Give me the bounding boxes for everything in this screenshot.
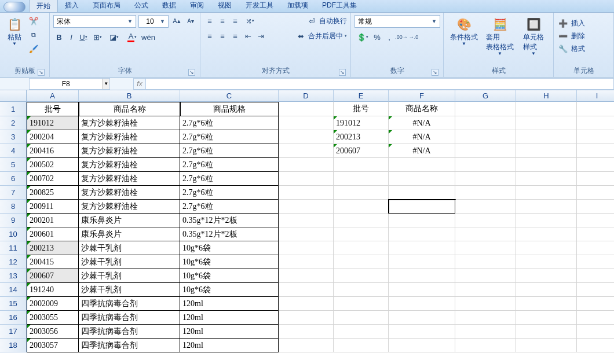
cell[interactable]: 191240 (27, 283, 79, 297)
dialog-launcher-icon[interactable]: ↘ (38, 69, 45, 76)
row-header[interactable]: 13 (0, 269, 27, 283)
cell[interactable]: 沙棘干乳剂 (79, 255, 180, 269)
orientation-button[interactable]: ⤭▾ (242, 15, 257, 27)
cell[interactable] (577, 283, 614, 297)
cell[interactable] (334, 158, 389, 172)
row-header[interactable]: 8 (0, 200, 27, 214)
cell[interactable] (389, 325, 455, 339)
cell[interactable] (279, 214, 334, 227)
row-header[interactable]: 6 (0, 172, 27, 186)
cell[interactable] (389, 186, 455, 200)
cell[interactable] (334, 283, 389, 297)
cell[interactable] (389, 269, 455, 283)
cell[interactable] (577, 172, 614, 186)
cell[interactable]: 四季抗病毒合剂 (79, 311, 180, 325)
cell[interactable] (334, 339, 389, 352)
cell[interactable] (516, 116, 577, 130)
cell[interactable]: 康乐鼻炎片 (79, 214, 180, 227)
cell[interactable] (516, 283, 577, 297)
increase-indent-button[interactable]: ⇥ (255, 30, 266, 42)
dialog-launcher-icon[interactable]: ↘ (339, 69, 346, 76)
cell[interactable] (279, 325, 334, 339)
cell[interactable]: 191012 (27, 116, 79, 130)
wrap-text-button[interactable]: ⏎自动换行 (306, 15, 347, 27)
cell[interactable] (577, 255, 614, 269)
cell[interactable]: 商品规格 (180, 102, 279, 116)
column-header[interactable]: D (279, 90, 334, 102)
row-header[interactable]: 11 (0, 241, 27, 255)
cell[interactable] (389, 200, 455, 214)
decrease-decimal-button[interactable]: →.0 (408, 31, 419, 43)
cell[interactable]: 四季抗病毒合剂 (79, 297, 180, 311)
column-header[interactable]: I (577, 90, 614, 102)
cell[interactable] (577, 241, 614, 255)
name-box[interactable]: ▼ (29, 78, 110, 90)
cell[interactable]: 200213 (27, 241, 79, 255)
increase-font-button[interactable]: A▴ (171, 15, 182, 27)
cell[interactable]: 200601 (27, 227, 79, 241)
row-header[interactable]: 1 (0, 102, 27, 116)
cell[interactable]: 沙棘干乳剂 (79, 283, 180, 297)
fill-color-button[interactable]: ◪▾ (105, 31, 123, 43)
decrease-indent-button[interactable]: ⇤ (242, 30, 254, 42)
delete-cells-button[interactable]: ➖删除 (557, 30, 585, 42)
cell[interactable]: 10g*6袋 (180, 241, 279, 255)
tab-页面布局[interactable]: 页面布局 (86, 0, 127, 12)
cell[interactable] (389, 283, 455, 297)
cell[interactable] (577, 214, 614, 227)
phonetic-button[interactable]: wén (141, 31, 155, 43)
cell[interactable] (279, 339, 334, 352)
cell[interactable] (455, 255, 516, 269)
tab-加载项[interactable]: 加载项 (280, 0, 315, 12)
cell[interactable] (577, 269, 614, 283)
formula-input[interactable] (146, 78, 614, 90)
tab-视图[interactable]: 视图 (211, 0, 239, 12)
row-header[interactable]: 9 (0, 214, 27, 227)
merge-center-button[interactable]: ⬌合并后居中▾ (295, 30, 347, 42)
cell[interactable] (389, 158, 455, 172)
dialog-launcher-icon[interactable]: ↘ (188, 69, 195, 76)
cell[interactable]: 191012 (334, 116, 389, 130)
cell[interactable] (334, 241, 389, 255)
cell[interactable] (516, 158, 577, 172)
cell[interactable]: 10g*6袋 (180, 255, 279, 269)
format-as-table-button[interactable]: 🧮套用 表格格式▼ (483, 15, 517, 57)
cell[interactable] (455, 241, 516, 255)
insert-cells-button[interactable]: ➕插入 (557, 17, 585, 29)
cell[interactable] (455, 130, 516, 144)
cell[interactable]: 200213 (334, 130, 389, 144)
row-header[interactable]: 3 (0, 130, 27, 144)
cell[interactable]: 2002009 (27, 297, 79, 311)
cell[interactable] (334, 172, 389, 186)
cell[interactable] (577, 227, 614, 241)
tab-PDF工具集[interactable]: PDF工具集 (315, 0, 364, 12)
border-button[interactable]: ⊞▾ (90, 31, 105, 43)
column-header[interactable]: G (455, 90, 516, 102)
cell[interactable]: 沙棘干乳剂 (79, 241, 180, 255)
cell[interactable]: 四季抗病毒合剂 (79, 325, 180, 339)
cell[interactable] (516, 186, 577, 200)
column-header[interactable]: A (27, 90, 79, 102)
cell[interactable]: 2.7g*6粒 (180, 116, 279, 130)
column-header[interactable]: B (79, 90, 180, 102)
cell[interactable]: 2.7g*6粒 (180, 172, 279, 186)
cell[interactable] (279, 116, 334, 130)
cell[interactable] (334, 227, 389, 241)
cell[interactable] (279, 227, 334, 241)
cell[interactable] (334, 297, 389, 311)
tab-开始[interactable]: 开始 (29, 0, 58, 12)
tab-公式[interactable]: 公式 (127, 0, 155, 12)
cell[interactable] (455, 325, 516, 339)
cell[interactable]: 批号 (334, 102, 389, 116)
cell[interactable]: 复方沙棘籽油栓 (79, 144, 180, 158)
cell[interactable] (334, 214, 389, 227)
tab-审阅[interactable]: 审阅 (183, 0, 211, 12)
cell[interactable]: 2.7g*6粒 (180, 144, 279, 158)
cell[interactable]: 120ml (180, 339, 279, 352)
cell[interactable]: 2.7g*6粒 (180, 200, 279, 214)
cell[interactable]: 120ml (180, 325, 279, 339)
cell[interactable]: 0.35g*12片*2板 (180, 214, 279, 227)
align-top-button[interactable]: ≡ (204, 15, 215, 27)
row-header[interactable]: 12 (0, 255, 27, 269)
cell[interactable] (455, 102, 516, 116)
